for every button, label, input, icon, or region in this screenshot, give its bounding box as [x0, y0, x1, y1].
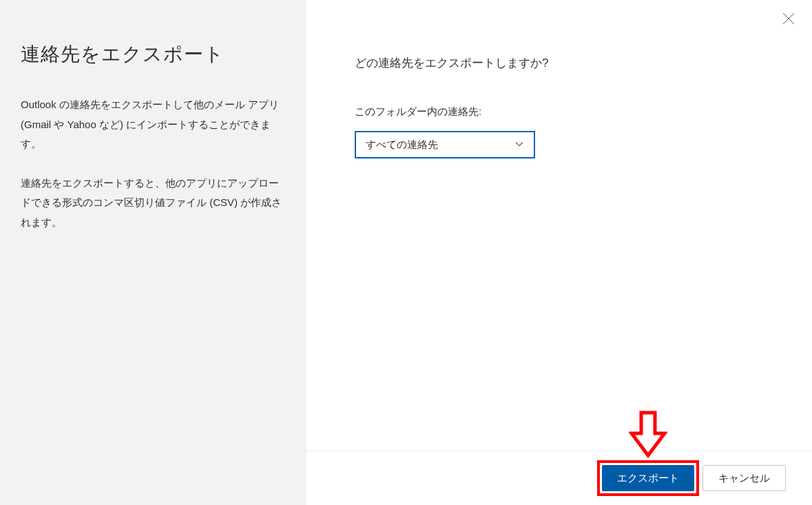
main-heading: どの連絡先をエクスポートしますか?	[355, 55, 771, 71]
dropdown-selected-value: すべての連絡先	[366, 138, 438, 152]
folder-dropdown[interactable]: すべての連絡先	[355, 131, 535, 158]
sidebar-description-1: Outlook の連絡先をエクスポートして他のメール アプリ (Gmail や …	[21, 95, 286, 154]
sidebar-panel: 連絡先をエクスポート Outlook の連絡先をエクスポートして他のメール アプ…	[0, 0, 306, 505]
sidebar-title: 連絡先をエクスポート	[21, 41, 286, 68]
dialog-footer: エクスポート キャンセル	[306, 451, 812, 505]
sidebar-description-2: 連絡先をエクスポートすると、他のアプリにアップロードできる形式のコンマ区切り値フ…	[21, 174, 286, 233]
chevron-down-icon	[514, 139, 524, 151]
main-panel: どの連絡先をエクスポートしますか? このフォルダー内の連絡先: すべての連絡先 …	[306, 0, 812, 505]
cancel-button[interactable]: キャンセル	[702, 465, 786, 491]
export-button[interactable]: エクスポート	[602, 465, 694, 491]
close-button[interactable]	[782, 12, 795, 26]
folder-label: このフォルダー内の連絡先:	[355, 105, 771, 118]
close-icon	[782, 12, 795, 27]
